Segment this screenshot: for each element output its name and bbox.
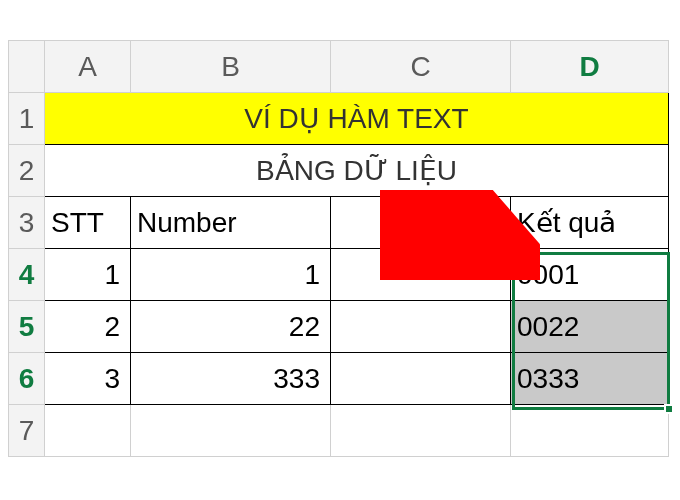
cell-d6[interactable]: 0333 (511, 353, 669, 405)
select-all-corner[interactable] (9, 41, 45, 93)
header-result[interactable]: Kết quả (511, 197, 669, 249)
row-header-4[interactable]: 4 (9, 249, 45, 301)
cell-b4[interactable]: 1 (131, 249, 331, 301)
cell-b6[interactable]: 333 (131, 353, 331, 405)
cell-d4[interactable]: 0001 (511, 249, 669, 301)
cell-c3[interactable] (331, 197, 511, 249)
header-number[interactable]: Number (131, 197, 331, 249)
column-header-b[interactable]: B (131, 41, 331, 93)
subtitle-cell[interactable]: BẢNG DỮ LIỆU (45, 145, 669, 197)
cell-b7[interactable] (131, 405, 331, 457)
spreadsheet-grid[interactable]: A B C D 1 VÍ DỤ HÀM TEXT 2 BẢNG DỮ LIỆU … (8, 40, 669, 457)
column-header-c[interactable]: C (331, 41, 511, 93)
column-header-d[interactable]: D (511, 41, 669, 93)
cell-a5[interactable]: 2 (45, 301, 131, 353)
title-cell[interactable]: VÍ DỤ HÀM TEXT (45, 93, 669, 145)
row-header-1[interactable]: 1 (9, 93, 45, 145)
row-header-2[interactable]: 2 (9, 145, 45, 197)
cell-a6[interactable]: 3 (45, 353, 131, 405)
cell-a7[interactable] (45, 405, 131, 457)
cell-d5[interactable]: 0022 (511, 301, 669, 353)
cell-c6[interactable] (331, 353, 511, 405)
header-stt[interactable]: STT (45, 197, 131, 249)
cell-c7[interactable] (331, 405, 511, 457)
row-header-3[interactable]: 3 (9, 197, 45, 249)
cell-c5[interactable] (331, 301, 511, 353)
cell-d7[interactable] (511, 405, 669, 457)
cell-a4[interactable]: 1 (45, 249, 131, 301)
row-header-5[interactable]: 5 (9, 301, 45, 353)
cell-b5[interactable]: 22 (131, 301, 331, 353)
row-header-6[interactable]: 6 (9, 353, 45, 405)
column-header-a[interactable]: A (45, 41, 131, 93)
row-header-7[interactable]: 7 (9, 405, 45, 457)
cell-c4[interactable] (331, 249, 511, 301)
